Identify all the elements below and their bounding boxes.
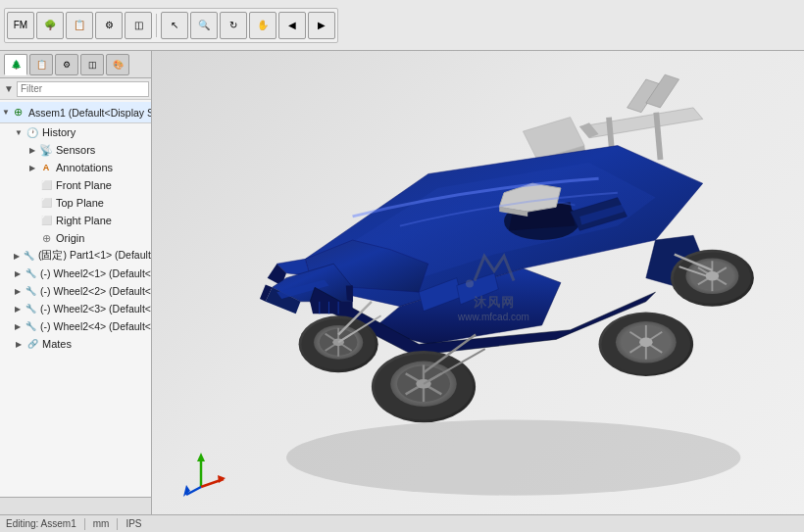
filter-icon: ▼ xyxy=(4,83,14,94)
assembly-icon: ⊕ xyxy=(12,106,25,120)
status-units: mm xyxy=(93,518,110,529)
tree-root-label: Assem1 (Default<Display St xyxy=(28,107,151,119)
history-icon: 🕐 xyxy=(25,125,39,139)
sensors-icon: 📡 xyxy=(39,143,53,157)
tree-item-annotations[interactable]: ▶ A Annotations xyxy=(0,159,151,176)
tab-appearances[interactable]: 🎨 xyxy=(106,54,129,75)
tree-item-wheel2-4[interactable]: ▶ 🔧 (-) Wheel2<4> (Default< xyxy=(0,317,151,335)
tree-area: ▼ ⊕ Assem1 (Default<Display St ▼ 🕐 Histo… xyxy=(0,100,151,497)
tree-top-plane-label: Top Plane xyxy=(56,197,104,209)
expand-wheel2-2-icon: ▶ xyxy=(14,286,22,296)
tab-properties[interactable]: 📋 xyxy=(29,54,53,75)
viewport-content: 沐风网 www.mfcad.com xyxy=(152,51,804,514)
toolbar-tree-btn[interactable]: 🌳 xyxy=(36,12,64,39)
tree-item-wheel2-1[interactable]: ▶ 🔧 (-) Wheel2<1> (Default< xyxy=(0,265,151,282)
left-panel: 🌲 📋 ⚙ ◫ 🎨 ▼ ▼ ⊕ Assem1 (Default<Display … xyxy=(0,51,152,514)
toolbar: FM 🌳 📋 ⚙ ◫ ↖ 🔍 ↻ ✋ ◀ ▶ xyxy=(0,0,804,51)
toolbar-fm-btn[interactable]: FM xyxy=(7,12,34,39)
status-bar: Editing: Assem1 mm IPS xyxy=(0,514,804,532)
tree-item-history[interactable]: ▼ 🕐 History xyxy=(0,123,151,141)
toolbar-pan-btn[interactable]: ✋ xyxy=(249,12,276,39)
viewport[interactable]: 沐风网 www.mfcad.com xyxy=(152,51,804,514)
filter-input[interactable] xyxy=(17,81,149,97)
wheel2-2-icon: 🔧 xyxy=(24,284,37,298)
tree-item-wheel2-3[interactable]: ▶ 🔧 (-) Wheel2<3> (Default< xyxy=(0,300,151,317)
expand-wheel2-3-icon: ▶ xyxy=(14,304,22,314)
top-plane-icon: ⬜ xyxy=(39,196,53,210)
expand-sensors-icon: ▶ xyxy=(27,145,37,155)
tree-history-label: History xyxy=(42,126,75,138)
panel-bottom xyxy=(0,497,151,514)
tree-item-front-plane[interactable]: ▶ ⬜ Front Plane xyxy=(0,176,151,194)
tree-sensors-label: Sensors xyxy=(56,144,95,156)
toolbar-zoom-btn[interactable]: 🔍 xyxy=(190,12,218,39)
expand-mates-icon: ▶ xyxy=(14,339,24,349)
status-divider-2 xyxy=(117,518,118,530)
tab-display[interactable]: ◫ xyxy=(80,54,104,75)
annotations-icon: A xyxy=(39,161,53,174)
tree-origin-label: Origin xyxy=(56,232,84,244)
svg-point-46 xyxy=(639,337,653,347)
tree-wheel2-2-label: (-) Wheel2<2> (Default< xyxy=(40,285,151,297)
svg-point-0 xyxy=(286,419,740,495)
status-text: Editing: Assem1 xyxy=(6,518,76,529)
tree-wheel2-3-label: (-) Wheel2<3> (Default< xyxy=(40,303,151,314)
front-plane-icon: ⬜ xyxy=(39,178,53,192)
tree-item-part1[interactable]: ▶ 🔧 (固定) Part1<1> (Default< xyxy=(0,247,151,265)
expand-history-icon: ▼ xyxy=(14,127,24,137)
tree-wheel2-1-label: (-) Wheel2<1> (Default< xyxy=(40,267,151,279)
expand-wheel2-1-icon: ▶ xyxy=(14,268,22,278)
toolbar-config-btn[interactable]: ⚙ xyxy=(95,12,123,39)
tree-item-sensors[interactable]: ▶ 📡 Sensors xyxy=(0,141,151,159)
tab-tree[interactable]: 🌲 xyxy=(4,54,27,75)
expand-part1-icon: ▶ xyxy=(14,251,20,261)
tree-wheel2-4-label: (-) Wheel2<4> (Default< xyxy=(40,320,151,332)
tree-item-mates[interactable]: ▶ 🔗 Mates xyxy=(0,335,151,353)
status-ips: IPS xyxy=(126,518,141,529)
axis-indicator xyxy=(176,448,226,497)
tree-part1-label: (固定) Part1<1> (Default< xyxy=(38,249,151,263)
mates-icon: 🔗 xyxy=(25,337,39,351)
expand-wheel2-4-icon: ▶ xyxy=(14,321,22,331)
tree-item-top-plane[interactable]: ▶ ⬜ Top Plane xyxy=(0,194,151,212)
status-divider-1 xyxy=(84,518,85,530)
origin-icon: ⊕ xyxy=(39,231,53,245)
tab-config[interactable]: ⚙ xyxy=(55,54,78,75)
right-plane-icon: ⬜ xyxy=(39,214,53,227)
wheel2-3-icon: 🔧 xyxy=(24,302,37,315)
expand-root-icon: ▼ xyxy=(2,108,10,118)
tree-front-plane-label: Front Plane xyxy=(56,179,112,191)
svg-marker-75 xyxy=(197,453,205,461)
tree-root[interactable]: ▼ ⊕ Assem1 (Default<Display St xyxy=(0,102,151,123)
svg-marker-77 xyxy=(218,475,226,483)
filter-bar: ▼ xyxy=(0,78,151,100)
part1-icon: 🔧 xyxy=(22,249,35,263)
tree-right-plane-label: Right Plane xyxy=(56,215,112,226)
toolbar-left-section: FM 🌳 📋 ⚙ ◫ ↖ 🔍 ↻ ✋ ◀ ▶ xyxy=(4,8,338,43)
car-model-svg xyxy=(152,51,804,514)
svg-marker-24 xyxy=(346,285,353,301)
wheel2-1-icon: 🔧 xyxy=(24,266,37,280)
toolbar-rotate-btn[interactable]: ↻ xyxy=(220,12,247,39)
toolbar-arrow-left-btn[interactable]: ◀ xyxy=(278,12,306,39)
main-area: 🌲 📋 ⚙ ◫ 🎨 ▼ ▼ ⊕ Assem1 (Default<Display … xyxy=(0,51,804,514)
panel-tabs: 🌲 📋 ⚙ ◫ 🎨 xyxy=(0,51,151,78)
tree-item-origin[interactable]: ▶ ⊕ Origin xyxy=(0,229,151,247)
toolbar-display-btn[interactable]: ◫ xyxy=(125,12,152,39)
toolbar-props-btn[interactable]: 📋 xyxy=(66,12,93,39)
tree-item-wheel2-2[interactable]: ▶ 🔧 (-) Wheel2<2> (Default< xyxy=(0,282,151,300)
wheel2-4-icon: 🔧 xyxy=(24,319,37,333)
toolbar-arrow-right-btn[interactable]: ▶ xyxy=(308,12,335,39)
tree-annotations-label: Annotations xyxy=(56,162,113,173)
svg-marker-69 xyxy=(310,302,352,314)
tree-mates-label: Mates xyxy=(42,338,72,350)
tree-item-right-plane[interactable]: ▶ ⬜ Right Plane xyxy=(0,212,151,229)
toolbar-select-btn[interactable]: ↖ xyxy=(161,12,188,39)
expand-annotations-icon: ▶ xyxy=(27,163,37,172)
